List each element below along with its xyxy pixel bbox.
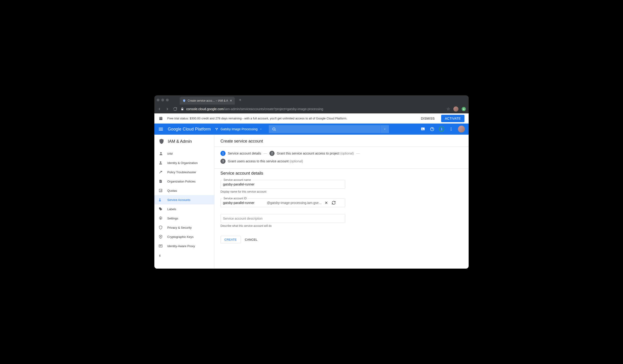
step-3-label[interactable]: Grant users access to this service accou… [228, 159, 303, 163]
maximize-window-button[interactable] [166, 99, 169, 101]
create-button[interactable]: CREATE [221, 236, 241, 243]
svg-point-10 [160, 161, 161, 163]
sidebar-item-service-accounts[interactable]: Service Accounts [154, 195, 214, 204]
id-suffix: @gatsby-image-processing.iam.gservicea [267, 201, 322, 205]
profile-avatar[interactable] [453, 107, 458, 111]
cancel-button[interactable]: CANCEL [245, 238, 258, 241]
back-button[interactable] [157, 107, 162, 111]
trial-text: Free trial status: $300.00 credit and 27… [167, 117, 415, 120]
sidebar-item-labels[interactable]: Labels [154, 204, 214, 214]
service-account-name-field: Service account name [221, 180, 345, 189]
chevron-down-icon [383, 128, 386, 130]
regenerate-id-button[interactable] [332, 201, 336, 205]
sidebar-items: IAM Identity & Organization Policy Troub… [154, 148, 214, 251]
sidebar-item-label: Identity & Organization [167, 161, 198, 165]
field-label: Service account name [222, 178, 252, 182]
sidebar-item-org-policies[interactable]: Organization Policies [154, 177, 214, 186]
sidebar-item-label: Privacy & Security [167, 226, 192, 229]
sidebar-item-settings[interactable]: Settings [154, 214, 214, 223]
svg-point-9 [160, 152, 162, 154]
sidebar-item-crypto-keys[interactable]: Cryptographic Keys [154, 232, 214, 241]
sidebar-item-policy-troubleshooter[interactable]: Policy Troubleshooter [154, 168, 214, 177]
step-1-label: Service account details [228, 151, 261, 155]
svg-point-2 [216, 129, 217, 130]
sidebar-item-label: Organization Policies [167, 180, 196, 183]
step-2-label[interactable]: Grant this service account access to pro… [277, 151, 354, 155]
browser-tab[interactable]: Create service acco… – IAM & A × [180, 97, 235, 105]
chevron-left-icon [158, 254, 162, 257]
stepper-row-1: 1 Service account details 2 Grant this s… [214, 147, 469, 156]
activate-button[interactable]: ACTIVATE [441, 115, 465, 122]
shield-icon [182, 99, 186, 102]
wrench-icon [158, 170, 163, 174]
project-picker[interactable]: Gatsby Image Processing [215, 127, 262, 131]
tag-icon [158, 207, 163, 211]
help-icon[interactable] [430, 127, 434, 131]
sidebar-item-label: Settings [167, 217, 178, 220]
sidebar-item-iap[interactable]: Identity-Aware Proxy [154, 241, 214, 251]
minimize-window-button[interactable] [161, 99, 164, 101]
trial-banner: Free trial status: $300.00 credit and 27… [154, 113, 469, 124]
sidebar-header: IAM & Admin [154, 135, 214, 148]
address-bar: console.cloud.google.com/iam-admin/servi… [154, 105, 469, 113]
dismiss-button[interactable]: DISMISS [419, 117, 437, 120]
browser-window: Create service acco… – IAM & A × + conso… [154, 95, 469, 269]
sidebar-item-privacy-security[interactable]: Privacy & Security [154, 223, 214, 232]
step-dash [264, 153, 267, 154]
sidebar-item-quotas[interactable]: Quotas [154, 186, 214, 195]
gcp-logo[interactable]: Google Cloud Platform [168, 127, 211, 132]
svg-point-12 [159, 199, 161, 200]
key-icon [158, 235, 163, 239]
close-window-button[interactable] [157, 99, 159, 101]
search-bar[interactable] [269, 125, 380, 133]
service-account-name-input[interactable] [223, 182, 343, 186]
svg-point-1 [217, 128, 218, 129]
clear-id-button[interactable] [324, 201, 328, 205]
page-content: Free trial status: $300.00 credit and 27… [154, 113, 469, 269]
close-tab-icon[interactable]: × [230, 99, 232, 103]
notifications-badge[interactable]: 1 [439, 127, 444, 132]
svg-point-6 [451, 128, 451, 128]
page-title: Create service account [214, 135, 469, 146]
sidebar-item-label: Labels [167, 207, 176, 211]
step-2-badge: 2 [269, 151, 274, 156]
svg-point-14 [160, 236, 161, 237]
gear-icon [158, 216, 163, 220]
sidebar: IAM & Admin IAM Identity & Organization … [154, 135, 214, 269]
sidebar-item-label: Policy Troubleshooter [167, 171, 196, 174]
collapse-sidebar-button[interactable] [154, 251, 214, 261]
tab-title: Create service acco… – IAM & A [188, 99, 228, 102]
service-account-id-input[interactable] [223, 201, 267, 205]
person-add-icon [158, 151, 163, 156]
sidebar-item-label: Quotas [167, 189, 177, 193]
forward-button[interactable] [165, 107, 170, 111]
service-account-description-input[interactable] [223, 217, 343, 220]
sidebar-item-identity[interactable]: Identity & Organization [154, 158, 214, 168]
main-panel: Create service account 1 Service account… [214, 135, 469, 269]
form-actions: CREATE CANCEL [214, 228, 469, 243]
shield-outline-icon [158, 225, 163, 230]
sidebar-item-label: Identity-Aware Proxy [167, 244, 195, 248]
sidebar-item-label: IAM [167, 152, 173, 155]
new-tab-button[interactable]: + [239, 98, 242, 103]
service-account-id-field: Service account ID @gatsby-image-process… [221, 198, 345, 207]
quota-icon [158, 189, 163, 193]
account-avatar[interactable] [458, 126, 465, 132]
extension-badge[interactable] [462, 107, 466, 111]
svg-point-3 [273, 128, 275, 130]
search-icon [272, 127, 276, 131]
cloud-shell-icon[interactable] [421, 127, 425, 131]
more-icon[interactable] [449, 127, 453, 131]
hamburger-icon[interactable] [158, 126, 164, 132]
document-icon [158, 179, 163, 183]
sidebar-item-iam[interactable]: IAM [154, 149, 214, 158]
search-dropdown[interactable] [380, 125, 389, 133]
url-field[interactable]: console.cloud.google.com/iam-admin/servi… [181, 107, 443, 111]
sidebar-item-label: Service Accounts [167, 198, 190, 202]
field-hint: Describe what this service account will … [221, 224, 463, 228]
reload-button[interactable] [173, 107, 178, 111]
field-label: Service account ID [222, 197, 248, 200]
sidebar-title: IAM & Admin [168, 139, 192, 144]
window-controls [157, 99, 169, 101]
bookmark-icon[interactable]: ☆ [446, 107, 450, 111]
